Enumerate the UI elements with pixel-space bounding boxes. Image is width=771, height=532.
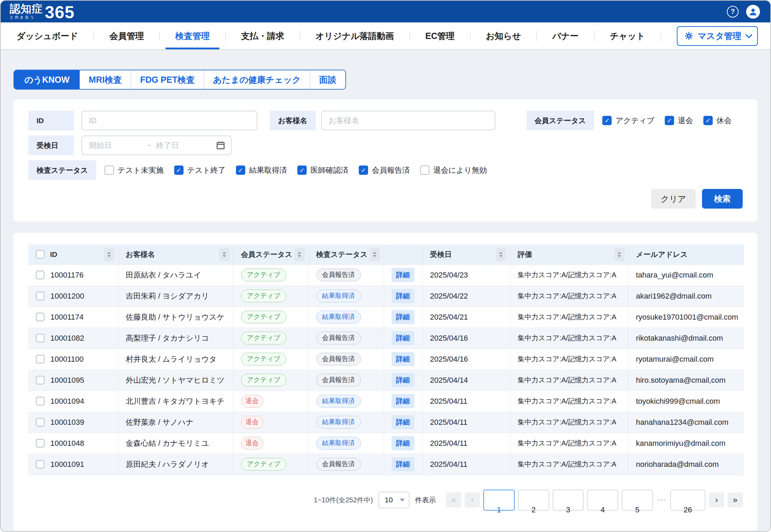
row-checkbox[interactable] — [36, 376, 45, 384]
cell-exam-date: 2025/04/14 — [422, 370, 510, 391]
page-button-2[interactable]: 2 — [518, 490, 549, 511]
exam-status-checkbox-1[interactable]: テスト未実施 — [105, 165, 164, 175]
nav-item-5[interactable]: オリジナル落語動画 — [312, 22, 397, 49]
cell-score: 集中力スコア:A/記憶力スコア:A — [510, 454, 628, 475]
detail-button[interactable]: 詳細 — [392, 289, 414, 303]
detail-button[interactable]: 詳細 — [392, 268, 414, 282]
detail-button[interactable]: 詳細 — [392, 415, 414, 429]
cell-exam-date: 2025/04/11 — [422, 391, 510, 412]
column-header-detail — [384, 244, 422, 264]
nav-item-3[interactable]: 検査管理 — [172, 22, 213, 49]
calendar-icon[interactable] — [216, 141, 225, 150]
member-status-checkbox-1[interactable]: ✓アクティブ — [602, 116, 654, 126]
detail-button[interactable]: 詳細 — [392, 457, 414, 471]
member-status-checkbox-3[interactable]: ✓休会 — [703, 116, 732, 126]
subtab-2[interactable]: MRI検査 — [80, 70, 131, 89]
app-logo[interactable]: 認知症 と向き合う 365 — [10, 3, 75, 20]
sort-icon[interactable] — [369, 248, 380, 261]
exam-status-checkbox-box[interactable]: ✓ — [297, 165, 307, 175]
cell-score: 集中力スコア:A/記憶力スコア:A — [510, 391, 628, 412]
id-input[interactable] — [81, 111, 257, 130]
cell-email: kanamorimiyu@dmail.com — [628, 433, 744, 454]
pager-nav-button-11[interactable]: » — [728, 492, 743, 508]
start-date-input[interactable] — [89, 141, 130, 150]
table-row: 10001082高梨理子 / タカナシリコアクティブ会員報告済詳細2025/04… — [28, 328, 744, 349]
member-status-badge: 退会 — [241, 416, 263, 429]
detail-button[interactable]: 詳細 — [392, 352, 414, 366]
page-button-26[interactable]: 26 — [670, 490, 705, 511]
exam-status-checkbox-box[interactable]: ✓ — [359, 165, 368, 175]
sort-icon[interactable] — [104, 248, 115, 261]
help-icon[interactable]: ? — [727, 6, 739, 18]
row-checkbox[interactable] — [36, 460, 45, 469]
row-id-value: 10001039 — [50, 418, 84, 427]
member-status-checkbox-box[interactable]: ✓ — [703, 116, 713, 125]
row-checkbox[interactable] — [36, 334, 45, 342]
user-avatar[interactable] — [746, 5, 760, 19]
sort-icon[interactable] — [294, 248, 305, 261]
page-button-1[interactable]: 1 — [483, 490, 514, 511]
nav-item-6[interactable]: EC管理 — [422, 22, 458, 49]
nav-divider — [470, 31, 471, 41]
subtab-4[interactable]: あたまの健康チェック — [204, 70, 310, 89]
cell-exam-status: 会員報告済 — [308, 349, 384, 370]
page-button-5[interactable]: 5 — [622, 490, 653, 511]
exam-status-checkbox-2[interactable]: ✓テスト終了 — [174, 165, 226, 175]
search-button[interactable]: 検索 — [702, 189, 743, 209]
exam-status-badge: 会員報告済 — [316, 353, 361, 365]
select-all-checkbox[interactable] — [36, 250, 45, 259]
member-status-checkbox-box[interactable]: ✓ — [602, 116, 612, 125]
end-date-input[interactable] — [156, 141, 198, 150]
detail-button[interactable]: 詳細 — [392, 310, 414, 324]
detail-button[interactable]: 詳細 — [392, 436, 414, 450]
member-status-badge: アクティブ — [241, 290, 286, 302]
page-button-4[interactable]: 4 — [587, 490, 618, 511]
column-header-評価: 評価 — [510, 244, 628, 264]
row-checkbox[interactable] — [36, 439, 45, 448]
nav-item-7[interactable]: お知らせ — [483, 22, 525, 49]
row-checkbox[interactable] — [36, 418, 45, 426]
page-size-select[interactable]: 10 — [378, 492, 409, 508]
exam-status-checkbox-6[interactable]: 退会により無効 — [420, 165, 487, 175]
exam-status-checkbox-box[interactable] — [420, 165, 429, 175]
subtab-3[interactable]: FDG PET検査 — [131, 70, 204, 89]
detail-button[interactable]: 詳細 — [392, 373, 414, 387]
sort-icon[interactable] — [614, 248, 625, 261]
sort-icon[interactable] — [496, 248, 506, 261]
subtab-1[interactable]: のうKNOW — [14, 70, 80, 89]
detail-button[interactable]: 詳細 — [392, 394, 414, 408]
sort-up-caret — [107, 252, 111, 254]
cell-score: 集中力スコア:A/記憶力スコア:A — [510, 370, 628, 391]
pager-nav-button-10[interactable]: › — [709, 492, 724, 508]
exam-status-checkbox-4[interactable]: ✓医師確認済 — [297, 165, 348, 175]
nav-item-1[interactable]: ダッシュボード — [13, 22, 82, 49]
page-button-3[interactable]: 3 — [553, 490, 584, 511]
row-checkbox[interactable] — [36, 355, 45, 363]
exam-status-checkbox-box[interactable]: ✓ — [236, 165, 245, 175]
filter-row-2: 受検日 ~ — [28, 135, 743, 155]
exam-status-checkbox-5[interactable]: ✓会員報告済 — [359, 165, 410, 175]
member-status-checkbox-box[interactable]: ✓ — [665, 116, 674, 125]
exam-date-range-input[interactable]: ~ — [81, 135, 231, 155]
member-status-checkbox-2[interactable]: ✓退会 — [665, 116, 693, 126]
sort-icon[interactable] — [219, 248, 230, 261]
clear-button[interactable]: クリア — [651, 189, 696, 209]
row-checkbox[interactable] — [36, 313, 45, 321]
row-checkbox[interactable] — [36, 397, 45, 405]
exam-status-checkbox-box[interactable]: ✓ — [174, 165, 184, 175]
nav-item-8[interactable]: バナー — [549, 22, 582, 49]
row-checkbox[interactable] — [36, 292, 45, 300]
exam-status-checkbox-box[interactable] — [105, 165, 114, 175]
nav-divider — [594, 31, 594, 41]
detail-button[interactable]: 詳細 — [392, 331, 414, 345]
nav-item-2[interactable]: 会員管理 — [106, 22, 147, 49]
sort-up-caret — [373, 252, 376, 254]
nav-item-4[interactable]: 支払・請求 — [238, 22, 288, 49]
table-row: 10001200吉田朱莉 / ヨシダアカリアクティブ結果取得済詳細2025/04… — [28, 285, 744, 307]
subtab-5[interactable]: 面談 — [310, 70, 345, 89]
customer-name-input[interactable] — [321, 111, 495, 130]
exam-status-checkbox-3[interactable]: ✓結果取得済 — [236, 165, 287, 175]
master-management-button[interactable]: マスタ管理 — [677, 26, 758, 46]
nav-item-9[interactable]: チャット — [606, 22, 649, 49]
row-checkbox[interactable] — [36, 271, 45, 279]
